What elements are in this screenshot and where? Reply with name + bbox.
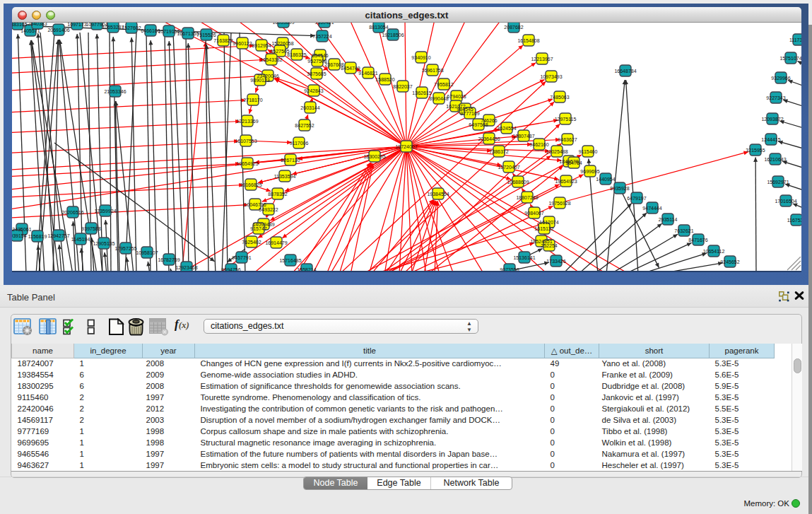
svg-text:8990448: 8990448: [429, 96, 448, 101]
svg-text:9245652: 9245652: [720, 259, 739, 264]
svg-text:915747: 915747: [250, 226, 266, 231]
svg-text:984784: 984784: [565, 160, 582, 165]
svg-text:7485063: 7485063: [550, 95, 569, 100]
svg-text:7625402: 7625402: [242, 240, 261, 245]
svg-text:6479197: 6479197: [627, 196, 646, 201]
svg-text:6497568: 6497568: [469, 122, 488, 127]
svg-text:12213967: 12213967: [531, 57, 553, 62]
svg-text:7386372: 7386372: [489, 149, 508, 154]
svg-text:16210643: 16210643: [764, 157, 786, 162]
svg-text:9777169: 9777169: [460, 111, 479, 116]
svg-text:19756928: 19756928: [548, 201, 570, 206]
svg-text:15226058: 15226058: [271, 41, 293, 46]
svg-text:3624554: 3624554: [497, 126, 516, 131]
svg-text:1167533: 1167533: [787, 218, 801, 223]
svg-text:8912954: 8912954: [252, 43, 271, 48]
svg-text:19654925: 19654925: [236, 161, 258, 166]
svg-text:5493222: 5493222: [259, 207, 278, 212]
svg-text:17957255: 17957255: [114, 246, 136, 251]
svg-text:1733426: 1733426: [546, 259, 565, 264]
svg-text:2435061: 2435061: [12, 227, 31, 232]
svg-text:2935114: 2935114: [659, 217, 678, 222]
svg-text:2718170: 2718170: [243, 98, 262, 103]
svg-text:8427552: 8427552: [295, 123, 314, 128]
svg-text:9242843: 9242843: [304, 88, 323, 93]
svg-text:6794028: 6794028: [447, 94, 466, 99]
svg-text:19384554: 19384554: [427, 192, 449, 197]
svg-text:3215955: 3215955: [746, 148, 765, 153]
svg-text:7357224: 7357224: [312, 34, 331, 39]
svg-text:9117006: 9117006: [290, 141, 309, 146]
svg-text:12093872: 12093872: [761, 117, 783, 122]
svg-text:10653287: 10653287: [102, 25, 124, 30]
svg-text:252254: 252254: [541, 243, 557, 248]
svg-text:9960123: 9960123: [233, 41, 252, 46]
svg-text:8935928: 8935928: [610, 186, 629, 191]
svg-text:7955812: 7955812: [434, 82, 453, 87]
svg-text:9699695: 9699695: [580, 169, 599, 174]
svg-text:1612074: 1612074: [539, 220, 558, 225]
svg-text:17359924: 17359924: [94, 209, 116, 214]
svg-text:2603144: 2603144: [300, 105, 319, 110]
svg-text:9340910: 9340910: [411, 55, 430, 60]
svg-text:20691406: 20691406: [47, 28, 69, 33]
svg-text:9457791: 9457791: [232, 255, 251, 260]
svg-text:7515526: 7515526: [196, 33, 216, 37]
svg-text:1244415: 1244415: [761, 137, 780, 142]
svg-text:12905135: 12905135: [93, 241, 114, 246]
svg-text:12213369: 12213369: [236, 119, 258, 124]
svg-text:1097173: 1097173: [67, 23, 86, 27]
svg-text:9350421: 9350421: [314, 23, 334, 25]
svg-text:9474444: 9474444: [642, 206, 661, 211]
svg-text:1939154: 1939154: [12, 233, 27, 238]
svg-text:16671355: 16671355: [177, 31, 199, 36]
svg-text:7163822: 7163822: [213, 38, 233, 43]
svg-text:1117398: 1117398: [789, 37, 801, 42]
svg-text:1588520: 1588520: [375, 77, 394, 82]
svg-text:16914479: 16914479: [265, 240, 287, 245]
svg-text:9146821: 9146821: [358, 71, 377, 76]
svg-text:16107553: 16107553: [235, 139, 257, 144]
svg-text:16154808: 16154808: [517, 38, 539, 43]
svg-text:15751074: 15751074: [779, 56, 801, 61]
svg-text:9084067: 9084067: [524, 211, 543, 216]
svg-text:9890123: 9890123: [250, 78, 269, 83]
svg-text:10025488: 10025488: [546, 149, 567, 154]
svg-text:10046736: 10046736: [244, 202, 266, 207]
svg-text:9329966: 9329966: [771, 76, 790, 81]
svg-text:9227343: 9227343: [766, 95, 785, 100]
svg-text:9462160: 9462160: [529, 142, 548, 147]
svg-text:9463627: 9463627: [558, 137, 577, 142]
svg-text:9115460: 9115460: [579, 149, 598, 154]
svg-text:15720407: 15720407: [498, 165, 519, 170]
svg-text:15716485: 15716485: [279, 258, 301, 263]
svg-text:10973493: 10973493: [540, 74, 562, 79]
svg-text:2640383: 2640383: [28, 23, 47, 26]
svg-text:11353594: 11353594: [274, 174, 296, 179]
svg-text:18807249: 18807249: [516, 195, 538, 200]
svg-text:20364436: 20364436: [478, 136, 500, 141]
svg-text:16782759: 16782759: [158, 257, 180, 262]
svg-text:12975115: 12975115: [555, 117, 577, 122]
svg-text:8813054: 8813054: [369, 25, 388, 30]
svg-text:16543382: 16543382: [260, 57, 282, 62]
svg-text:12942757: 12942757: [47, 233, 69, 238]
svg-text:20206516: 20206516: [61, 210, 83, 215]
svg-text:21053346: 21053346: [104, 89, 126, 94]
svg-text:854546: 854546: [312, 53, 328, 58]
svg-text:16033809: 16033809: [272, 23, 294, 25]
svg-text:1527602: 1527602: [122, 25, 141, 30]
svg-text:18300295: 18300295: [363, 154, 385, 159]
svg-text:8454749: 8454749: [341, 66, 360, 71]
svg-text:16961758: 16961758: [421, 68, 443, 73]
svg-text:15692971: 15692971: [767, 180, 789, 185]
svg-text:1362615: 1362615: [412, 90, 431, 95]
svg-text:10688609: 10688609: [507, 180, 529, 185]
svg-text:9397588: 9397588: [81, 226, 100, 231]
svg-text:3875685: 3875685: [307, 71, 326, 76]
svg-text:12923468: 12923468: [175, 265, 197, 270]
svg-text:19654923: 19654923: [555, 179, 577, 184]
svg-text:18724007: 18724007: [395, 144, 417, 149]
svg-text:1883105: 1883105: [12, 23, 28, 27]
svg-text:15136141: 15136141: [513, 255, 535, 260]
